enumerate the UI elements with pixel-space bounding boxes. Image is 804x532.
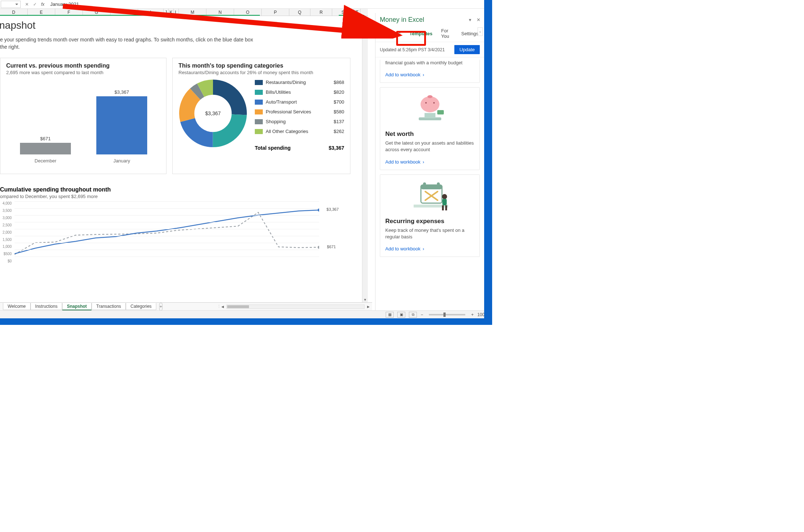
zoom-in-icon[interactable]: + <box>471 312 474 317</box>
add-to-workbook-link[interactable]: Add to workbook› <box>385 72 474 77</box>
add-sheet-button[interactable]: + <box>159 303 162 311</box>
legend-label: Auto/Transport <box>266 99 322 105</box>
card-title: Cumulative spending throughout month <box>0 186 350 193</box>
card-subtitle: Restaurants/Dining accounts for 26% of m… <box>178 70 344 75</box>
confirm-icon[interactable]: ✓ <box>33 2 37 7</box>
page-title: napshot <box>0 20 253 31</box>
add-to-workbook-link[interactable]: Add to workbook› <box>385 159 474 165</box>
sheet-tab-bar: WelcomeInstructionsSnapshotTransactionsC… <box>0 302 372 310</box>
hscroll-left-icon[interactable]: ◀ <box>220 305 225 309</box>
svg-point-11 <box>423 182 426 185</box>
fx-icon[interactable]: fx <box>41 2 44 7</box>
add-to-workbook-link[interactable]: Add to workbook› <box>385 246 474 251</box>
hscroll-right-icon[interactable]: ▶ <box>366 305 371 309</box>
panel-close-icon[interactable]: ✕ <box>477 17 481 23</box>
taskbar-edge <box>0 318 492 325</box>
legend-row: Bills/Utilities $820 <box>255 89 344 95</box>
scroll-thumb[interactable] <box>363 22 366 33</box>
legend-label: Bills/Utilities <box>266 89 322 95</box>
template-card-budget-partial: financial goals with a monthly budget Ad… <box>380 60 480 83</box>
column-headers: DEFGHIJKLMNOPQRST <box>0 9 368 16</box>
view-page-break-icon[interactable]: ⧉ <box>409 312 417 318</box>
svg-rect-17 <box>445 205 447 210</box>
sheet-tab-welcome[interactable]: Welcome <box>3 303 31 310</box>
y-tick: 2,000 <box>0 230 12 234</box>
bar-value-label: $3,367 <box>114 89 129 95</box>
scroll-down-icon[interactable]: ▼ <box>363 297 367 302</box>
donut-chart: $3,367 <box>178 79 248 148</box>
legend-value: $820 <box>322 89 344 95</box>
bar-x-label: January <box>96 158 147 164</box>
panel-tab-more-icon[interactable]: ‹ <box>478 27 483 36</box>
bar-chart: $671$3,367 <box>6 85 160 154</box>
panel-tab-templates[interactable]: Templates <box>406 28 436 39</box>
panel-tabs: AccountsTemplatesFor YouSettings‹ <box>375 25 484 42</box>
sheet-tab-instructions[interactable]: Instructions <box>31 303 62 310</box>
sheet-tab-snapshot[interactable]: Snapshot <box>62 303 92 310</box>
template-heading: Net worth <box>385 130 474 138</box>
legend-row: Restaurants/Dining $868 <box>255 80 344 85</box>
legend-row: All Other Categories $262 <box>255 129 344 134</box>
vertical-scrollbar[interactable]: ▲ ▼ <box>362 16 368 302</box>
legend-label: Restaurants/Dining <box>266 80 322 85</box>
panel-tab-for-you[interactable]: For You <box>438 25 456 42</box>
sheet-tab-transactions[interactable]: Transactions <box>92 303 126 310</box>
legend-swatch <box>255 80 263 85</box>
legend-swatch <box>255 119 263 124</box>
sheet-tab-categories[interactable]: Categories <box>126 303 156 310</box>
legend-label: Shopping <box>266 119 322 124</box>
line-chart: 4,0003,5003,0002,5002,0001,5001,000$500$… <box>0 201 350 263</box>
column-header-Q[interactable]: Q <box>289 9 310 16</box>
update-button[interactable]: Update <box>454 45 480 54</box>
y-tick: 4,000 <box>0 201 12 205</box>
card-cumulative: Cumulative spending throughout month omp… <box>0 183 350 263</box>
legend-row: Professional Services $580 <box>255 109 344 114</box>
name-box[interactable] <box>1 1 21 8</box>
legend-swatch <box>255 100 263 105</box>
svg-point-4 <box>421 96 439 112</box>
template-card-recurring: Recurring expenses Keep track of money t… <box>380 174 480 257</box>
zoom-out-icon[interactable]: − <box>421 312 423 317</box>
legend-swatch <box>255 109 263 114</box>
bar-december <box>20 143 71 154</box>
legend-label: Professional Services <box>266 109 322 114</box>
template-heading: Recurring expenses <box>385 218 474 225</box>
svg-point-7 <box>427 95 433 98</box>
panel-tab-accounts[interactable]: Accounts <box>378 28 404 39</box>
horizontal-scrollbar[interactable] <box>226 305 365 309</box>
legend-swatch <box>255 90 263 95</box>
legend-row: Auto/Transport $700 <box>255 99 344 105</box>
card-subtitle: 2,695 more was spent compared to last mo… <box>6 70 160 75</box>
zoom-slider[interactable] <box>429 314 465 315</box>
line-end-prev: $671 <box>327 245 336 249</box>
formula-bar-icons: ✕ ✓ fx <box>21 2 48 7</box>
panel-options-icon[interactable]: ▾ <box>469 17 471 23</box>
donut-center-value: $3,367 <box>205 110 221 116</box>
svg-point-0 <box>318 209 319 211</box>
svg-point-14 <box>442 194 447 199</box>
y-tick: 3,500 <box>0 209 12 213</box>
scroll-up-icon[interactable]: ▲ <box>363 16 367 21</box>
svg-rect-16 <box>442 205 444 210</box>
y-tick: 3,000 <box>0 216 12 220</box>
svg-rect-15 <box>442 199 447 205</box>
cancel-icon[interactable]: ✕ <box>25 2 29 7</box>
updated-at-label: Updated at 5:26pm PST 3/4/2021 <box>380 47 445 52</box>
column-header-R[interactable]: R <box>310 9 332 16</box>
card-top-categories: This month's top spending categories Res… <box>172 58 350 174</box>
donut-legend: Restaurants/Dining $868 Bills/Utilities … <box>255 80 344 151</box>
template-card-networth: Net worth Get the latest on your assets … <box>380 87 480 170</box>
legend-value: $868 <box>322 80 344 85</box>
view-page-layout-icon[interactable]: ▣ <box>397 312 405 318</box>
formula-bar: ✕ ✓ fx ⌄ <box>0 0 492 9</box>
column-header-P[interactable]: P <box>262 9 289 16</box>
template-desc: Keep track of money that's spent on a re… <box>385 227 474 240</box>
legend-swatch <box>255 129 263 134</box>
bar-january <box>96 96 147 154</box>
y-tick: 1,500 <box>0 238 12 242</box>
legend-value: $580 <box>322 109 344 114</box>
view-normal-icon[interactable]: ▦ <box>386 312 394 318</box>
bar-x-label: December <box>20 158 71 164</box>
formula-input[interactable] <box>48 1 487 7</box>
page-subtitle: e your spending trends month over month … <box>0 36 253 51</box>
